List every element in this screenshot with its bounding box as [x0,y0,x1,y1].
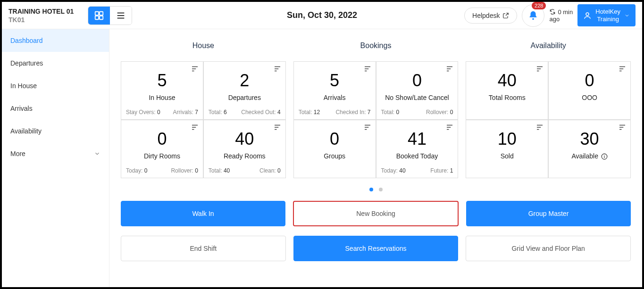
section-bookings: Bookings [293,41,459,50]
card-group-availability: 40 Total Rooms 0 OOO 10 Sold [466,61,631,178]
card-groups[interactable]: 0 Groups [293,120,376,178]
card-title: Booked Today [396,152,438,160]
card-title: Groups [324,152,345,160]
sort-icon[interactable] [618,65,627,73]
card-value: 10 [498,131,517,148]
sort-icon[interactable] [273,65,282,73]
search-reservations-button[interactable]: Search Reservations [293,236,459,261]
sidebar-label-more: More [10,150,25,157]
card-title: Total Rooms [489,94,526,101]
external-link-icon [502,12,509,19]
chevron-down-icon [624,13,630,18]
user-icon [583,11,592,20]
card-value: 5 [330,72,339,89]
walkin-button[interactable]: Walk In [121,201,285,226]
card-noshow[interactable]: 0 No Show/Late Cancel Total: 0Rollover: … [376,61,459,120]
group-master-button[interactable]: Group Master [466,201,631,226]
sidebar-item-more[interactable]: More [2,142,109,165]
card-value: 30 [580,131,599,148]
pagination-dots [121,188,631,191]
card-value: 0 [157,131,167,148]
sort-icon[interactable] [535,65,544,73]
card-ready-rooms[interactable]: 40 Ready Rooms Total: 40Clean: 0 [203,120,286,178]
info-icon[interactable] [601,153,608,160]
card-ooo[interactable]: 0 OOO [548,61,631,120]
grid-view-toggle[interactable] [88,7,110,25]
sidebar-item-departures[interactable]: Departures [2,52,109,74]
sidebar-label-availability: Availability [10,127,42,135]
sync-ago: ago [549,16,560,23]
card-value: 2 [240,72,249,89]
svg-rect-2 [95,16,99,19]
card-title: Departures [228,94,261,101]
sort-icon[interactable] [618,123,627,132]
card-value: 41 [408,131,427,148]
sidebar: Dashboard Departures In House Arrivals A… [2,29,109,287]
card-title: Available [571,152,607,160]
sort-icon[interactable] [445,65,454,73]
list-view-toggle[interactable] [110,7,132,25]
card-available[interactable]: 30 Available [548,120,631,178]
sync-info: 0 min ago [549,8,573,23]
sidebar-item-inhouse[interactable]: In House [2,74,109,97]
user-menu-button[interactable]: HotelKey Training [577,4,636,26]
sort-icon[interactable] [191,65,199,73]
view-toggle [88,6,132,25]
card-value: 5 [157,72,167,89]
card-title: Sold [501,152,514,160]
card-title: Dirty Rooms [144,152,180,160]
sort-icon[interactable] [363,65,372,73]
card-arrivals[interactable]: 5 Arrivals Total: 12Checked In: 7 [293,61,376,120]
helpdesk-button[interactable]: Helpdesk [464,8,517,24]
date-header: Sun, Oct 30, 2022 [287,10,357,20]
chevron-down-icon [94,150,100,157]
dot-1[interactable] [369,188,373,191]
hotel-code: TK01 [8,16,74,24]
card-in-house[interactable]: 5 In House Stay Overs: 0Arrivals: 7 [121,61,203,120]
sidebar-item-arrivals[interactable]: Arrivals [2,97,109,120]
card-sold[interactable]: 10 Sold [466,120,548,178]
svg-point-8 [586,13,589,16]
card-value: 0 [585,72,594,89]
bell-icon [528,10,538,21]
svg-point-47 [604,155,604,156]
header: TRAINING HOTEL 01 TK01 Sun, Oct 30, 2022… [2,2,642,29]
svg-rect-1 [100,11,103,15]
card-total-rooms[interactable]: 40 Total Rooms [466,61,548,120]
sort-icon[interactable] [445,123,454,132]
sidebar-item-availability[interactable]: Availability [2,120,109,142]
sidebar-label-departures: Departures [10,59,43,67]
sync-text: 0 min [558,8,573,16]
sort-icon[interactable] [191,123,199,132]
refresh-icon [549,8,556,15]
card-value: 0 [412,72,422,89]
card-dirty-rooms[interactable]: 0 Dirty Rooms Today: 0Rollover: 0 [121,120,203,178]
card-title: OOO [582,94,597,101]
svg-rect-3 [100,16,103,19]
grid-floor-plan-button[interactable]: Grid View and Floor Plan [466,236,631,261]
sort-icon[interactable] [363,123,372,132]
card-title: In House [149,94,175,101]
dot-2[interactable] [379,188,383,191]
sort-icon[interactable] [535,123,544,132]
notifications-button[interactable]: 228 [522,4,544,27]
end-shift-button[interactable]: End Shift [121,236,286,261]
card-group-bookings: 5 Arrivals Total: 12Checked In: 7 0 No S… [293,61,459,178]
card-departures[interactable]: 2 Departures Total: 6Checked Out: 4 [203,61,286,120]
sidebar-item-dashboard[interactable]: Dashboard [2,29,109,52]
card-title: Ready Rooms [224,152,266,160]
section-availability: Availability [466,41,631,50]
svg-rect-0 [95,11,99,15]
section-house: House [121,41,286,50]
card-value: 40 [235,131,254,148]
user-line1: HotelKey [595,8,620,16]
new-booking-button[interactable]: New Booking [293,201,459,226]
list-icon [116,10,126,21]
sort-icon[interactable] [273,123,282,132]
hotel-name: TRAINING HOTEL 01 [8,8,74,15]
helpdesk-label: Helpdesk [472,12,500,19]
card-value: 0 [330,131,339,148]
card-value: 40 [498,72,517,89]
hotel-info: TRAINING HOTEL 01 TK01 [8,8,74,24]
card-booked-today[interactable]: 41 Booked Today Today: 40Future: 1 [376,120,459,178]
